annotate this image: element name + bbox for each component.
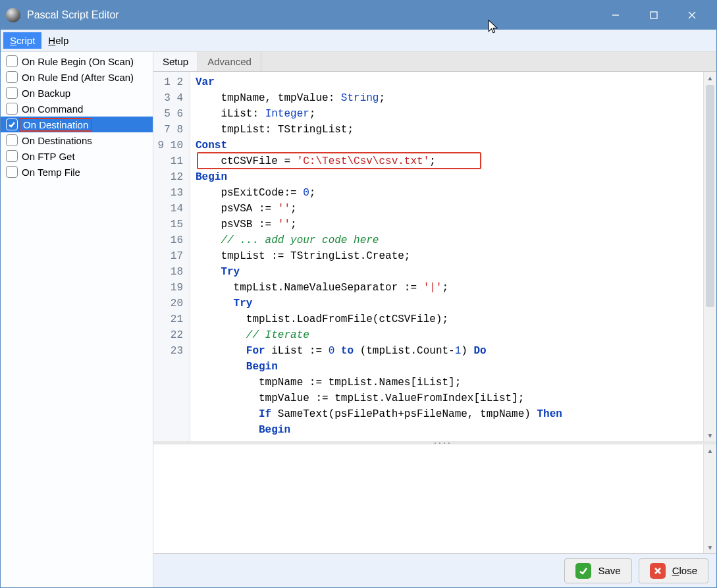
tabbar: SetupAdvanced — [153, 52, 716, 72]
checkbox[interactable] — [6, 119, 18, 130]
code-line[interactable]: ctCSVFile = 'C:\Test\Csv\csv.txt'; — [196, 153, 698, 169]
code-line[interactable]: Const — [196, 138, 698, 153]
tab-advanced[interactable]: Advanced — [198, 52, 261, 71]
code-line[interactable]: Var — [196, 74, 698, 90]
menu-help[interactable]: Help — [41, 32, 75, 49]
minimize-icon — [611, 11, 620, 20]
main-area: SetupAdvanced 1 2 3 4 5 6 7 8 9 10 11 12… — [153, 52, 716, 587]
checkbox[interactable] — [6, 150, 18, 162]
code-scroll: Var tmpName, tmpValue: String; iList: In… — [190, 72, 703, 441]
checkbox[interactable] — [6, 55, 18, 67]
close-button-label: Close — [672, 565, 697, 576]
sidebar-item-6[interactable]: On FTP Get — [1, 148, 153, 164]
save-button[interactable]: Save — [564, 558, 631, 583]
code-line[interactable]: Begin — [196, 169, 698, 185]
sidebar-item-3[interactable]: On Command — [1, 101, 153, 117]
sidebar-item-label: On Destinations — [22, 135, 92, 146]
splitter-grip[interactable]: • • • • — [429, 441, 456, 444]
sidebar-item-4[interactable]: On Destination — [1, 117, 153, 132]
menu-script[interactable]: Script — [3, 32, 41, 49]
svg-rect-1 — [651, 12, 657, 18]
save-button-label: Save — [598, 565, 620, 576]
code-line[interactable]: psExitCode:= 0; — [196, 185, 698, 201]
code-line[interactable]: tmpValue := tmpList.ValueFromIndex[iList… — [196, 390, 698, 406]
code-line[interactable]: psVSA := ''; — [196, 201, 698, 217]
sidebar: On Rule Begin (On Scan)On Rule End (Afte… — [1, 52, 153, 587]
code-line[interactable]: iList: Integer; — [196, 106, 698, 122]
close-icon — [687, 11, 697, 20]
code-line[interactable]: tmpName, tmpValue: String; — [196, 90, 698, 106]
sidebar-item-1[interactable]: On Rule End (After Scan) — [1, 69, 153, 85]
sidebar-item-2[interactable]: On Backup — [1, 85, 153, 101]
sidebar-item-7[interactable]: On Temp File — [1, 164, 153, 180]
code-line[interactable]: tmpList: TStringList; — [196, 122, 698, 138]
editor-scrollbar[interactable]: ▲ ▼ — [703, 72, 716, 441]
code-line[interactable]: tmpList.LoadFromFile(ctCSVFile); — [196, 311, 698, 327]
checkbox[interactable] — [6, 71, 18, 83]
maximize-icon — [649, 11, 658, 20]
checkbox[interactable] — [6, 166, 18, 178]
code-line[interactable]: Try — [196, 264, 698, 280]
scroll-up-icon[interactable]: ▲ — [704, 72, 716, 84]
code-line[interactable]: psVSB := ''; — [196, 217, 698, 232]
titlebar[interactable]: Pascal Script Editor — [1, 1, 716, 30]
scroll-up-icon[interactable]: ▲ — [704, 444, 716, 456]
body: On Rule Begin (On Scan)On Rule End (Afte… — [1, 52, 716, 587]
window: Pascal Script Editor ScriptHelp On Rule … — [0, 0, 717, 588]
footer: Save Close — [153, 553, 716, 587]
sidebar-item-label: On FTP Get — [22, 151, 75, 162]
sidebar-item-label: On Rule Begin (On Scan) — [22, 56, 134, 67]
code-line[interactable]: // Iterate — [196, 327, 698, 343]
minimize-button[interactable] — [597, 1, 635, 30]
sidebar-item-label: On Rule End (After Scan) — [22, 72, 134, 83]
close-button[interactable] — [673, 1, 711, 30]
sidebar-item-label: On Temp File — [22, 167, 80, 178]
check-icon — [575, 563, 591, 579]
sidebar-item-label: On Destination — [19, 118, 92, 132]
scroll-down-icon[interactable]: ▼ — [704, 429, 716, 441]
sidebar-item-5[interactable]: On Destinations — [1, 132, 153, 148]
sidebar-item-label: On Backup — [22, 88, 70, 99]
sidebar-item-0[interactable]: On Rule Begin (On Scan) — [1, 53, 153, 69]
code-content[interactable]: Var tmpName, tmpValue: String; iList: In… — [190, 72, 703, 441]
code-line[interactable]: // ... add your code here — [196, 232, 698, 248]
checkbox[interactable] — [6, 87, 18, 99]
app-icon — [6, 8, 20, 22]
code-line[interactable]: If SameText(psFilePath+psFileName, tmpNa… — [196, 406, 698, 422]
code-line[interactable]: tmpList := TStringList.Create; — [196, 248, 698, 264]
code-line[interactable]: Begin — [196, 359, 698, 375]
checkbox[interactable] — [6, 134, 18, 146]
menubar: ScriptHelp — [1, 30, 716, 52]
maximize-button[interactable] — [635, 1, 673, 30]
output-content[interactable] — [153, 444, 703, 553]
window-title: Pascal Script Editor — [27, 9, 597, 21]
code-line[interactable]: For iList := 0 to (tmpList.Count-1) Do — [196, 343, 698, 359]
output-scrollbar[interactable]: ▲ ▼ — [703, 444, 716, 553]
scroll-thumb[interactable] — [706, 85, 714, 307]
close-button-footer[interactable]: Close — [639, 558, 708, 583]
output-pane: • • • • ▲ ▼ — [153, 441, 716, 553]
scroll-down-icon[interactable]: ▼ — [704, 541, 716, 553]
checkbox[interactable] — [6, 103, 18, 115]
code-line[interactable]: Try — [196, 296, 698, 311]
line-gutter: 1 2 3 4 5 6 7 8 9 10 11 12 13 14 15 16 1… — [153, 72, 190, 441]
code-line[interactable]: tmpList.NameValueSeparator := '|'; — [196, 280, 698, 296]
code-line[interactable]: Begin — [196, 422, 698, 438]
code-editor[interactable]: 1 2 3 4 5 6 7 8 9 10 11 12 13 14 15 16 1… — [153, 72, 716, 441]
code-line[interactable]: tmpName := tmpList.Names[iList]; — [196, 375, 698, 390]
sidebar-item-label: On Command — [22, 103, 83, 115]
x-icon — [650, 563, 666, 579]
tab-setup[interactable]: Setup — [153, 52, 198, 71]
